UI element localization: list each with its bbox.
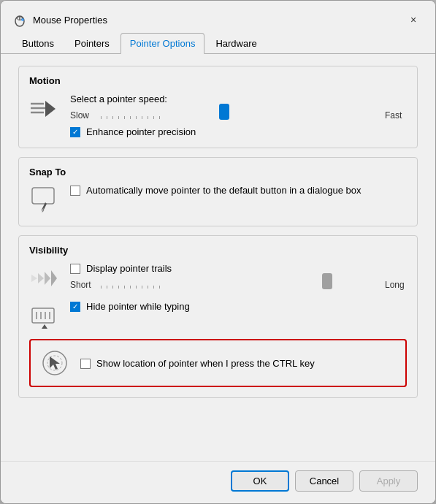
precision-checkbox[interactable] — [70, 127, 80, 137]
trails-row: Display pointer trails Short — [29, 263, 407, 294]
slider-ticks — [99, 116, 378, 119]
hide-typing-row: Hide pointer while typing — [29, 301, 407, 332]
snap-to-row: Automatically move pointer to the defaul… — [29, 185, 407, 215]
speed-label: Select a pointer speed: — [70, 93, 407, 104]
svg-marker-19 — [42, 324, 47, 329]
svg-marker-10 — [51, 270, 57, 286]
motion-controls: Select a pointer speed: Slow — [70, 93, 407, 137]
ctrl-location-row: Show location of pointer when I press th… — [29, 339, 407, 387]
motion-row: Select a pointer speed: Slow — [29, 93, 407, 137]
tab-bar: Buttons Pointers Pointer Options Hardwar… — [1, 33, 435, 54]
tab-buttons[interactable]: Buttons — [12, 33, 64, 53]
hide-typing-controls: Hide pointer while typing — [70, 301, 407, 312]
ctrl-label: Show location of pointer when I press th… — [96, 358, 315, 369]
svg-rect-14 — [32, 308, 54, 323]
precision-row: Enhance pointer precision — [70, 126, 407, 137]
trails-label: Display pointer trails — [86, 263, 172, 274]
ctrl-checkbox-row: Show location of pointer when I press th… — [80, 358, 397, 369]
svg-marker-7 — [45, 101, 56, 117]
speed-slider-row: Slow Fast — [70, 110, 407, 121]
svg-marker-22 — [50, 356, 60, 370]
title-bar: Mouse Properties × — [1, 1, 435, 31]
visibility-title: Visibility — [29, 245, 407, 256]
tab-pointers[interactable]: Pointers — [65, 33, 119, 53]
mouse-icon — [12, 12, 27, 27]
speed-slider-thumb[interactable] — [219, 104, 229, 120]
snap-label: Automatically move pointer to the defaul… — [86, 185, 362, 196]
visibility-section: Visibility Display pointer trails — [18, 235, 418, 398]
svg-point-3 — [21, 18, 24, 21]
snap-to-section: Snap To Automatically move pointer to th… — [18, 157, 418, 226]
ctrl-icon — [39, 348, 70, 378]
slow-label: Slow — [70, 110, 92, 121]
ctrl-controls: Show location of pointer when I press th… — [80, 358, 397, 369]
cancel-button[interactable]: Cancel — [295, 470, 353, 492]
trails-checkbox-row: Display pointer trails — [70, 263, 407, 274]
fast-label: Fast — [385, 110, 407, 121]
mouse-properties-dialog: Mouse Properties × Buttons Pointers Poin… — [0, 0, 436, 504]
snap-to-title: Snap To — [29, 167, 407, 177]
content-area: Motion Select a pointer speed: Slow — [1, 54, 435, 461]
trails-checkbox[interactable] — [70, 264, 80, 274]
snap-to-controls: Automatically move pointer to the defaul… — [70, 185, 407, 196]
hide-checkbox[interactable] — [70, 302, 80, 312]
short-label: Short — [70, 280, 92, 290]
trails-slider-thumb[interactable] — [322, 273, 332, 289]
apply-button[interactable]: Apply — [359, 470, 418, 492]
trails-icon — [29, 263, 60, 294]
hide-checkbox-row: Hide pointer while typing — [70, 301, 407, 312]
ctrl-checkbox[interactable] — [80, 359, 91, 369]
motion-icon — [29, 93, 60, 124]
snap-to-icon — [29, 185, 60, 215]
close-button[interactable]: × — [403, 9, 424, 30]
title-left: Mouse Properties — [12, 12, 107, 27]
window-title: Mouse Properties — [33, 15, 107, 26]
hide-typing-icon — [29, 301, 60, 332]
long-label: Long — [385, 280, 407, 290]
tab-hardware[interactable]: Hardware — [206, 33, 266, 53]
trails-controls: Display pointer trails Short — [70, 263, 407, 290]
tab-pointer-options[interactable]: Pointer Options — [121, 33, 205, 54]
trails-slider-row: Short Long — [70, 280, 407, 290]
snap-checkbox[interactable] — [70, 186, 80, 196]
hide-label: Hide pointer while typing — [86, 301, 190, 312]
dialog-footer: OK Cancel Apply — [1, 461, 435, 503]
motion-title: Motion — [29, 75, 407, 86]
precision-label: Enhance pointer precision — [86, 126, 196, 137]
svg-marker-13 — [31, 275, 37, 282]
svg-marker-11 — [45, 272, 50, 285]
motion-section: Motion Select a pointer speed: Slow — [18, 66, 418, 148]
snap-checkbox-row: Automatically move pointer to the defaul… — [70, 185, 407, 196]
svg-marker-12 — [38, 273, 44, 283]
svg-rect-8 — [32, 188, 54, 204]
trails-ticks — [99, 286, 378, 289]
ok-button[interactable]: OK — [231, 470, 289, 492]
